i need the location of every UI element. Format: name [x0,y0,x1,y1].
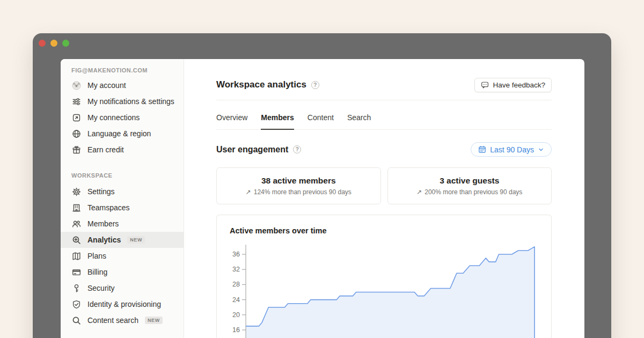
map-icon [71,251,81,261]
sidebar-item-label: Earn credit [87,144,124,155]
new-badge: NEW [145,317,163,324]
y-axis-tick-label: 28 [232,281,240,288]
sidebar-item-label: Analytics [87,234,121,245]
account-email-label: FIG@MAKENOTION.COM [61,67,184,74]
sidebar-item-label: Teamspaces [87,202,130,213]
sliders-icon [71,97,81,106]
chevron-down-icon [538,146,544,153]
sidebar-item-my-account[interactable]: My account [61,77,184,93]
people-icon [71,219,81,229]
stat-change: ↗200% more than previous 90 days [416,188,522,196]
sidebar-item-label: Settings [87,186,115,197]
analytics-content: Workspace analytics ? Have feedback? Ove… [184,59,584,338]
y-axis-tick-label: 20 [232,311,240,319]
help-icon[interactable]: ? [311,81,319,89]
tab-search[interactable]: Search [347,112,371,130]
section-title: User engagement [216,145,288,155]
window-controls [39,40,69,47]
calendar-icon [478,145,486,153]
active-members-area-chart: 162024283236 [230,240,538,338]
sidebar-item-label: My connections [87,112,140,123]
trend-up-icon: ↗ [246,188,251,196]
sidebar-item-settings[interactable]: Settings [61,183,184,200]
header-divider [216,100,552,100]
sidebar-item-my-connections[interactable]: My connections [61,109,184,126]
sidebar-item-security[interactable]: Security [61,280,184,296]
sidebar-item-billing[interactable]: Billing [61,264,184,280]
sidebar-item-members[interactable]: Members [61,216,184,232]
minimize-window-button[interactable] [50,40,57,47]
stat-change: ↗124% more than previous 90 days [246,188,352,196]
sidebar-item-my-notifications-settings[interactable]: My notifications & settings [61,93,184,109]
tab-overview[interactable]: Overview [216,112,247,130]
stat-change-text: 124% more than previous 90 days [254,188,352,196]
sidebar-item-label: My notifications & settings [87,96,174,107]
zoom-in-icon [71,235,81,245]
page-title: Workspace analytics [216,79,306,90]
credit-card-icon [71,267,81,277]
chart-title: Active members over time [230,225,538,236]
sidebar-item-label: Security [87,283,115,293]
workspace-menu: SettingsTeamspacesMembersAnalyticsNEWPla… [61,183,184,328]
arrow-square-icon [71,113,81,122]
avatar-icon [71,80,81,90]
have-feedback-button[interactable]: Have feedback? [474,78,552,92]
sidebar-item-label: Language & region [87,128,151,139]
gear-icon [71,187,81,196]
stat-cards: 38 active members↗124% more than previou… [216,167,552,204]
sidebar-item-identity-provisioning[interactable]: Identity & provisioning [61,296,184,312]
globe-icon [71,129,81,138]
account-menu: My accountMy notifications & settingsMy … [61,77,184,158]
analytics-tabs: OverviewMembersContentSearch [216,112,552,130]
stat-change-text: 200% more than previous 90 days [425,188,522,196]
y-axis-tick-label: 36 [232,251,240,258]
sidebar-item-label: My account [87,80,126,91]
stat-card-3-active-guests: 3 active guests↗200% more than previous … [387,167,552,204]
settings-sidebar: FIG@MAKENOTION.COM My accountMy notifica… [61,59,184,338]
zoom-window-button[interactable] [62,40,69,47]
sidebar-item-label: Members [87,218,119,229]
feedback-bubble-icon [481,81,489,89]
y-axis-tick-label: 32 [232,266,240,273]
sidebar-item-label: Plans [87,251,106,261]
stat-card-38-active-members: 38 active members↗124% more than previou… [216,167,381,204]
stat-value: 3 active guests [440,176,499,186]
sidebar-item-analytics[interactable]: AnalyticsNEW [61,232,184,248]
search-icon [71,315,81,325]
gift-icon [71,145,81,155]
tab-members[interactable]: Members [261,112,294,130]
y-axis-tick-label: 24 [232,296,240,304]
key-icon [71,283,81,293]
stat-value: 38 active members [261,176,336,186]
sidebar-item-label: Content search [87,315,138,326]
date-range-button[interactable]: Last 90 Days [471,142,552,157]
sidebar-item-label: Identity & provisioning [87,299,161,310]
settings-panel: FIG@MAKENOTION.COM My accountMy notifica… [61,59,584,338]
user-engagement-header: User engagement ? Last 90 Days [216,142,552,157]
new-badge: NEW [127,236,145,244]
sidebar-item-label: Billing [87,267,107,277]
sidebar-item-content-search[interactable]: Content searchNEW [61,312,184,328]
sidebar-item-language-region[interactable]: Language & region [61,126,184,142]
sidebar-item-earn-credit[interactable]: Earn credit [61,142,184,158]
shield-check-icon [71,299,81,309]
y-axis-tick-label: 16 [232,326,240,334]
sidebar-item-plans[interactable]: Plans [61,248,184,264]
help-icon[interactable]: ? [293,145,301,153]
tab-content[interactable]: Content [308,112,334,130]
sidebar-item-teamspaces[interactable]: Teamspaces [61,200,184,216]
close-window-button[interactable] [39,40,46,47]
building-icon [71,203,81,212]
active-members-chart-card: Active members over time 162024283236 [216,215,552,338]
trend-up-icon: ↗ [416,188,422,196]
workspace-section-heading: WORKSPACE [61,172,184,179]
page-header: Workspace analytics ? Have feedback? [216,78,552,91]
